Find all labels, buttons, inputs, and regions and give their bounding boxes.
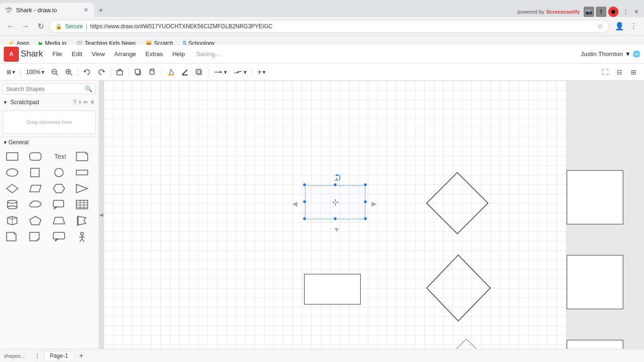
browser-menu-btn[interactable]: ⋮: [627, 20, 640, 33]
new-tab-button[interactable]: +: [94, 4, 107, 17]
user-dropdown-icon[interactable]: ▼: [625, 50, 631, 58]
handle-br[interactable]: [363, 217, 367, 221]
powered-by-label: powered by: [518, 9, 545, 15]
connection-dropdown[interactable]: ▾: [211, 67, 230, 77]
menu-edit[interactable]: Edit: [68, 49, 86, 59]
shape-note[interactable]: [74, 149, 91, 164]
menu-help[interactable]: Help: [168, 49, 189, 59]
sc-camera-btn[interactable]: 📷: [584, 7, 594, 17]
shape-callout[interactable]: [50, 197, 67, 212]
redo-btn[interactable]: [95, 66, 108, 78]
sc-menu-btn[interactable]: ⋮: [620, 7, 631, 17]
sc-share-btn[interactable]: ⇧: [596, 7, 606, 17]
general-section-header[interactable]: ▾ General: [0, 137, 99, 148]
handle-mr[interactable]: [363, 200, 367, 204]
user-language-icon[interactable]: 🌐: [633, 50, 640, 58]
star-icon[interactable]: ☆: [597, 23, 603, 30]
scratchpad-edit-btn[interactable]: ✏: [83, 99, 88, 106]
address-bar[interactable]: 🔒 Secure | https://www.draw.io/#W017YUOC…: [49, 20, 609, 33]
rectangle-shape-5[interactable]: [567, 340, 623, 349]
shape-text[interactable]: Text: [50, 149, 67, 164]
handle-tr[interactable]: [363, 183, 367, 187]
svg-point-24: [237, 71, 239, 73]
scratchpad-help-btn[interactable]: ?: [73, 99, 76, 106]
handle-tl[interactable]: [303, 183, 306, 187]
sidebar-collapse-btn[interactable]: ◀: [99, 81, 104, 349]
add-page-btn[interactable]: +: [76, 351, 86, 361]
handle-ml[interactable]: [303, 200, 306, 204]
page-view-dropdown[interactable]: ⊞ ▾: [4, 68, 18, 76]
shape-pentagon[interactable]: [27, 214, 44, 228]
shadow-btn[interactable]: [192, 66, 206, 78]
shape-ellipse[interactable]: [4, 165, 21, 180]
search-shapes-input[interactable]: [6, 86, 85, 92]
menu-view[interactable]: View: [88, 49, 108, 59]
shape-table[interactable]: [74, 197, 91, 212]
shape-parallelogram[interactable]: [27, 181, 44, 196]
menu-extras[interactable]: Extras: [142, 49, 167, 59]
diamond-shape-3[interactable]: [425, 337, 508, 349]
selected-shape[interactable]: ⊹: [305, 185, 365, 219]
zoom-out-btn[interactable]: [48, 66, 61, 78]
shape-triangle-right[interactable]: [74, 181, 91, 196]
browser-close-chrome-btn[interactable]: ✕: [633, 8, 640, 16]
shape-folded-corner[interactable]: [27, 230, 44, 244]
diamond-shape-1[interactable]: [424, 170, 490, 238]
zoom-dropdown[interactable]: 100% ▾: [23, 68, 47, 76]
fill-color-btn[interactable]: [164, 66, 177, 78]
shape-cloud[interactable]: [27, 197, 44, 212]
line-color-btn[interactable]: [178, 66, 191, 78]
page-list-btn[interactable]: ⋮: [33, 351, 42, 361]
shape-cube[interactable]: [4, 214, 21, 228]
tab-close-btn[interactable]: ✕: [82, 6, 90, 14]
user-profile-btn[interactable]: 👤: [613, 20, 626, 33]
shape-horizontal-rect[interactable]: [74, 165, 91, 180]
copy-btn[interactable]: [132, 66, 145, 78]
scratchpad-section-header[interactable]: ▾ Scratchpad ? + ✏ ✕: [0, 97, 99, 107]
insert-dropdown[interactable]: + ▾: [255, 67, 268, 77]
handle-bc[interactable]: [333, 217, 337, 221]
handle-tc[interactable]: [333, 183, 337, 187]
fullscreen-btn[interactable]: ⛶: [599, 66, 612, 78]
rectangle-shape-1[interactable]: [567, 170, 623, 224]
shape-speech-bubble[interactable]: [50, 230, 67, 244]
shape-trapezoid[interactable]: [50, 214, 67, 228]
delete-btn[interactable]: [113, 66, 126, 78]
search-icon: 🔍: [85, 85, 92, 92]
user-name-label: Justin Thornton: [581, 50, 623, 58]
waypoint-dropdown[interactable]: ▾: [231, 67, 249, 77]
diamond-shape-2[interactable]: [424, 253, 493, 325]
shape-square[interactable]: [27, 165, 44, 180]
rectangle-shape-3[interactable]: [567, 255, 623, 309]
drag-area-label: Drag elements here: [26, 119, 72, 125]
format-panel-btn[interactable]: ⊟: [613, 66, 626, 78]
shape-rounded-rect[interactable]: [27, 149, 44, 164]
handle-bl[interactable]: [303, 217, 306, 221]
sc-record-btn[interactable]: ⏺: [608, 7, 619, 17]
refresh-button[interactable]: ↻: [34, 20, 47, 33]
shape-hexagon[interactable]: [50, 181, 67, 196]
shape-rectangle[interactable]: [4, 149, 21, 164]
forward-button[interactable]: →: [19, 20, 32, 33]
shape-page[interactable]: [4, 230, 21, 244]
shape-diamond[interactable]: [4, 181, 21, 196]
shape-circle[interactable]: [50, 165, 67, 180]
paste-btn[interactable]: [146, 66, 159, 78]
browser-tab[interactable]: 🦈 Shark - draw.io ✕: [0, 3, 94, 17]
canvas-area[interactable]: ⊹: [104, 81, 644, 349]
shape-flag[interactable]: [74, 214, 91, 228]
undo-btn[interactable]: [81, 66, 94, 78]
scratchpad-close-btn[interactable]: ✕: [90, 99, 95, 106]
zoom-in-btn[interactable]: [62, 66, 75, 78]
scratchpad-add-btn[interactable]: +: [78, 99, 82, 106]
shape-cylinder[interactable]: [4, 197, 21, 212]
shape-person[interactable]: [74, 230, 91, 244]
back-button[interactable]: ←: [4, 20, 17, 33]
rectangle-shape-2[interactable]: [304, 274, 361, 304]
down-arrow-indicator: ▼: [333, 226, 340, 233]
more-btn[interactable]: ⊞: [627, 66, 640, 78]
menu-file[interactable]: File: [49, 49, 66, 59]
page-tab-1[interactable]: Page-1: [44, 351, 74, 360]
general-toggle-icon: ▾: [4, 139, 7, 146]
menu-arrange[interactable]: Arrange: [110, 49, 140, 59]
